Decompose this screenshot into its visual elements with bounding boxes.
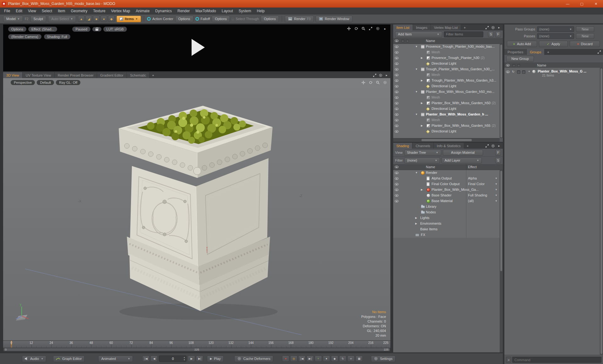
filter-button[interactable]: F [495,31,501,37]
tab-channels[interactable]: Channels [412,143,433,149]
play-overlay-icon[interactable] [192,39,205,56]
tab-item-list[interactable]: Item List [393,24,413,30]
menu-layout[interactable]: Layout [219,8,236,14]
tab-images[interactable]: Images [413,24,431,30]
checkbox[interactable] [522,70,525,74]
tab-3d-view[interactable]: 3D View [3,72,23,78]
item-row[interactable]: Mesh [393,95,503,100]
checkbox[interactable] [517,70,520,74]
expand-arrow-icon[interactable]: ▼ [415,90,418,93]
tab-properties[interactable]: Properties [504,49,527,55]
audio-button[interactable]: Audio▼ [22,356,46,362]
item-row[interactable]: ▶Planter_Box_With_Moss_Garden_h50(2) [393,100,503,106]
more-icon[interactable]: ▸ [383,26,387,31]
item-row[interactable]: ▶Planter_Box_With_Moss_Garden_h55(2) [393,123,503,129]
viewport-canvas[interactable] [3,78,390,340]
cycle-icon[interactable]: ↻ [512,70,514,73]
tab-schematic[interactable]: Schematic [127,72,149,78]
loop-icon[interactable]: ↻ [339,356,346,362]
shader-row[interactable]: Library [393,204,503,210]
select-through-options-button[interactable]: Options [261,16,279,22]
orbit-icon[interactable] [368,80,373,85]
preview-options-button[interactable]: Options [8,27,26,32]
menu-maxtomodo[interactable]: MaxToModo [193,8,219,14]
viewport-3d[interactable]: Perspective Default Ray GL: Off -X -Z No… [3,78,390,340]
menu-system[interactable]: System [236,8,254,14]
falloff-options-button[interactable]: Options [212,16,230,22]
item-row[interactable]: Directional Light [393,61,503,67]
orbit-icon[interactable] [354,26,358,31]
materials-mode-icon[interactable]: ◆ [108,16,115,22]
item-row[interactable]: ▼Planter_Box_With_Moss_Garden_h ... [393,112,503,117]
falloff-label[interactable]: Falloff [195,17,210,21]
preview-effect-button[interactable]: Effect: (Shad... [28,27,57,32]
effect-dropdown-icon[interactable]: ▼ [495,177,497,180]
item-row[interactable]: Mesh [393,117,503,123]
action-center-label[interactable]: Action Center [147,17,173,21]
command-prompt[interactable]: > [506,357,511,363]
effect-dropdown-icon[interactable]: ▼ [495,183,497,185]
shader-tree-select[interactable]: Shader Tree▼ [404,150,441,156]
ray-gl-button[interactable]: Ray GL: Off [56,80,80,85]
tab-gradient-editor[interactable]: Gradient Editor [97,72,127,78]
shader-row[interactable]: Base ShaderFull Shading▼ [393,193,503,198]
menu-select[interactable]: Select [39,8,55,14]
expand-icon[interactable] [372,73,377,78]
items-mode-icon[interactable]: ● [100,16,107,22]
shader-row[interactable]: ▶Planter_Box_With_Moss_Ga...▼ [393,187,503,193]
add-tab-button[interactable]: + [149,72,156,78]
render-button[interactable]: RenderF9 [285,16,314,22]
visibility-toggle[interactable] [395,51,399,54]
menu-geometry[interactable]: Geometry [68,8,90,14]
channels-icon[interactable]: ▦ [356,356,363,362]
shader-tree[interactable]: ▼RenderAlpha OutputAlpha▼Final Color Out… [393,170,503,352]
shader-row[interactable]: Final Color OutputFinal Color▼ [393,181,503,187]
item-row[interactable]: Mesh [393,50,503,55]
vertices-mode-icon[interactable]: ▲ [78,16,84,22]
expand-arrow-icon[interactable]: ▶ [415,222,417,225]
gear-icon[interactable] [376,26,380,31]
filter-items-input[interactable] [444,31,483,37]
menu-vertex-map[interactable]: Vertex Map [108,8,133,14]
frame-spinner[interactable]: ▲▼ [183,356,186,361]
add-tab-button[interactable]: + [461,24,468,30]
discard-button[interactable]: ×Discard [570,41,600,47]
item-row[interactable]: Mesh [393,72,503,78]
menu-texture[interactable]: Texture [90,8,108,14]
shader-row[interactable]: ▶Lights [393,215,503,221]
menu-edit[interactable]: Edit [13,8,25,14]
menu-file[interactable]: File [1,8,13,14]
visibility-toggle[interactable] [395,79,399,82]
item-list-hscrollbar[interactable] [393,138,500,142]
tab-render-preset-browser[interactable]: Render Preset Browser [55,72,97,78]
effect-dropdown-icon[interactable]: ▼ [495,200,497,202]
item-list-vscrollbar[interactable] [500,44,503,138]
polygons-mode-icon[interactable]: ■ [93,16,100,22]
visibility-toggle[interactable] [395,102,399,104]
gear-icon[interactable] [491,25,495,30]
shader-row[interactable]: FX [393,232,503,238]
visibility-toggle[interactable] [395,119,399,121]
cache-deformers-button[interactable]: Cache Deformers [234,356,273,362]
expand-icon[interactable] [597,50,601,54]
groups-list[interactable]: ↻ + Planter_Box_With_Moss_G ... 21 Items [504,68,603,355]
passes-select[interactable]: (none)▼ [537,33,574,39]
visibility-toggle[interactable] [395,172,399,174]
visibility-toggle[interactable] [395,177,399,180]
shading-s-button[interactable]: S [495,158,501,163]
add-tab-button[interactable]: + [545,49,551,55]
shader-row[interactable]: Base Material(all)▼ [393,198,503,204]
zoom-icon[interactable] [376,80,380,85]
shading-f-button[interactable]: F [495,150,501,156]
command-input[interactable] [512,357,601,363]
anim-layers-icon[interactable]: ◎ [290,356,297,362]
item-row[interactable]: ▶Provence_Trough_Planter_h30(2) [393,55,503,61]
expand-arrow-icon[interactable]: ▼ [415,113,418,116]
go-to-start-icon[interactable]: |◀ [142,356,149,362]
add-item-button[interactable]: Add Item▼ [395,31,442,37]
item-row[interactable]: ▶Trough_Planter_With_Moss_Garden_h3... [393,78,503,83]
step-back-icon[interactable]: ◀ [150,356,158,362]
settings-button[interactable]: Settings [371,356,395,362]
menu-view[interactable]: View [25,8,39,14]
shader-tree-vscrollbar[interactable] [500,170,503,352]
